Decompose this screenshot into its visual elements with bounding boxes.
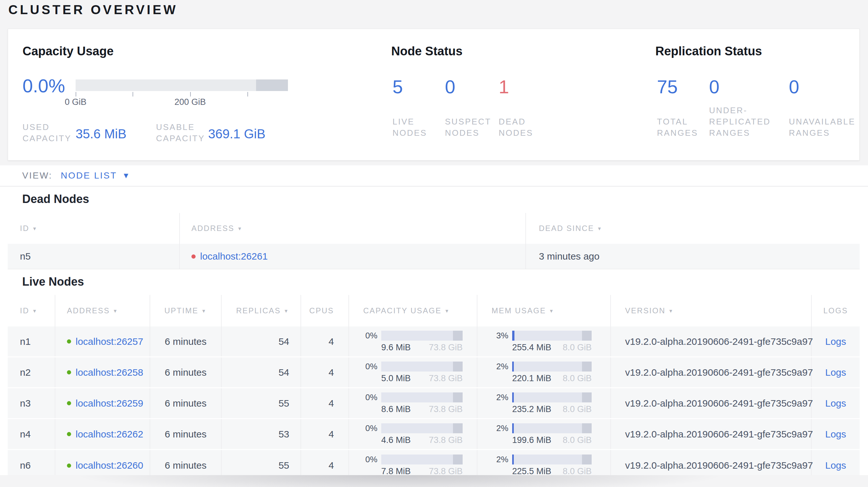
mem-usage-cell: 3% 255.4 MiB8.0 GiB: [477, 326, 611, 356]
dead-since-cell: 3 minutes ago: [526, 244, 860, 269]
table-row: n1 localhost:26257 6 minutes 54 4 0% 9.6…: [8, 326, 860, 357]
used-capacity-label: USED CAPACITY: [23, 122, 81, 144]
node-id-cell: n3: [8, 388, 55, 418]
node-address-cell: localhost:26257: [55, 326, 150, 356]
column-header-replicas[interactable]: REPLICAS▼: [222, 295, 301, 326]
capacity-bar-reserved-segment: [256, 79, 288, 91]
column-header-version[interactable]: VERSION▼: [611, 295, 812, 326]
chevron-down-icon: ▼: [122, 171, 130, 180]
under-replicated-count: 0: [709, 77, 778, 97]
capacity-usage-cell: 0% 8.6 MiB73.8 GiB: [349, 388, 477, 418]
node-address-link[interactable]: localhost:26262: [75, 429, 143, 440]
node-address-link[interactable]: localhost:26259: [75, 398, 143, 409]
total-ranges-count: 75: [657, 77, 708, 97]
under-replicated-label: UNDER-REPLICATED RANGES: [709, 105, 778, 139]
node-address-cell: localhost:26262: [55, 419, 150, 449]
dead-status-dot-icon: [191, 254, 196, 259]
cpus-cell: 4: [301, 450, 349, 475]
node-status-title: Node Status: [391, 44, 463, 58]
live-nodes-count: 5: [393, 77, 439, 97]
sort-icon: ▼: [32, 226, 38, 231]
node-id-cell: n4: [8, 419, 55, 449]
uptime-cell: 6 minutes: [150, 326, 222, 356]
live-nodes-heading: Live Nodes: [22, 274, 868, 290]
logs-link[interactable]: Logs: [825, 367, 846, 378]
column-header-dead-since[interactable]: DEAD SINCE▼: [526, 213, 860, 244]
version-cell: v19.2.0-alpha.20190606-2491-gfe735c9a97: [611, 450, 812, 475]
column-header-id[interactable]: ID▼: [8, 295, 55, 326]
column-header-mem-usage[interactable]: MEM USAGE▼: [477, 295, 611, 326]
tick-label-0gib: 0 GiB: [65, 97, 87, 107]
column-header-uptime[interactable]: UPTIME▼: [150, 295, 222, 326]
node-address-cell: localhost:26259: [55, 388, 150, 418]
node-address-link[interactable]: localhost:26261: [200, 251, 268, 262]
mem-usage-cell: 2% 220.1 MiB8.0 GiB: [477, 357, 611, 387]
mem-bar: [512, 331, 592, 340]
replicas-cell: 54: [222, 357, 301, 387]
column-header-address[interactable]: ADDRESS▼: [180, 213, 526, 244]
uptime-cell: 6 minutes: [150, 357, 222, 387]
capacity-bar: [381, 423, 463, 433]
replicas-cell: 55: [222, 388, 301, 418]
usable-capacity-label: USABLE CAPACITY: [156, 122, 214, 144]
logs-link[interactable]: Logs: [825, 398, 846, 409]
capacity-axis-labels: 0 GiB 200 GiB: [75, 97, 288, 108]
view-bar: VIEW: NODE LIST ▼: [0, 165, 868, 187]
logs-cell: Logs: [812, 357, 860, 387]
capacity-bar: [381, 455, 463, 464]
column-header-id[interactable]: ID▼: [8, 213, 180, 244]
bottom-shadow: [0, 475, 868, 487]
suspect-nodes-label: SUSPECT NODES: [445, 116, 493, 139]
logs-link[interactable]: Logs: [825, 429, 846, 440]
node-id-cell: n5: [8, 244, 180, 269]
table-row: n4 localhost:26262 6 minutes 53 4 0% 4.6…: [8, 419, 860, 450]
capacity-percent: 0.0%: [23, 76, 65, 96]
node-address-link[interactable]: localhost:26260: [75, 460, 143, 471]
live-status-dot-icon: [67, 463, 71, 468]
logs-link[interactable]: Logs: [825, 336, 846, 347]
under-replicated-ranges-stat: 0 UNDER-REPLICATED RANGES: [709, 77, 778, 139]
node-id-cell: n2: [8, 357, 55, 387]
live-nodes-stat: 5 LIVE NODES: [393, 77, 439, 139]
live-nodes-table-header: ID▼ ADDRESS▼ UPTIME▼ REPLICAS▼ CPUS CAPA…: [8, 295, 860, 326]
node-address-link[interactable]: localhost:26258: [75, 367, 143, 378]
tick-label-200gib: 200 GiB: [174, 97, 206, 107]
sort-icon: ▼: [32, 308, 38, 314]
cpus-cell: 4: [301, 357, 349, 387]
capacity-bar: [381, 362, 463, 371]
dead-nodes-heading: Dead Nodes: [22, 191, 868, 207]
replication-status-title: Replication Status: [655, 44, 762, 58]
column-header-address[interactable]: ADDRESS▼: [55, 295, 150, 326]
live-status-dot-icon: [67, 432, 71, 436]
mem-bar: [512, 423, 592, 433]
mem-bar: [512, 392, 592, 402]
column-header-logs[interactable]: LOGS: [812, 295, 860, 326]
replicas-cell: 55: [222, 450, 301, 475]
column-header-cpus[interactable]: CPUS: [301, 295, 349, 326]
view-selector-dropdown[interactable]: NODE LIST ▼: [61, 170, 130, 181]
mem-usage-cell: 2% 225.5 MiB8.0 GiB: [477, 450, 611, 475]
dead-nodes-stat: 1 DEAD NODES: [499, 77, 545, 139]
node-address-link[interactable]: localhost:26257: [75, 336, 143, 347]
page-title: CLUSTER OVERVIEW: [8, 3, 178, 17]
live-nodes-table: ID▼ ADDRESS▼ UPTIME▼ REPLICAS▼ CPUS CAPA…: [8, 295, 860, 475]
live-status-dot-icon: [67, 370, 71, 375]
suspect-nodes-count: 0: [445, 77, 493, 97]
node-address-cell: localhost:26258: [55, 357, 150, 387]
logs-link[interactable]: Logs: [825, 460, 846, 471]
version-cell: v19.2.0-alpha.20190606-2491-gfe735c9a97: [611, 419, 812, 449]
table-row: n3 localhost:26259 6 minutes 55 4 0% 8.6…: [8, 388, 860, 419]
sort-icon: ▼: [113, 308, 118, 314]
dead-nodes-count: 1: [499, 77, 545, 97]
unavailable-count: 0: [789, 77, 868, 97]
cpus-cell: 4: [301, 419, 349, 449]
sort-icon: ▼: [445, 308, 450, 314]
view-label: VIEW:: [22, 170, 53, 181]
logs-cell: Logs: [812, 450, 860, 475]
unavailable-label: UNAVAILABLE RANGES: [789, 116, 868, 139]
capacity-bar: [381, 392, 463, 402]
node-address-cell: localhost:26261: [180, 244, 526, 269]
replicas-cell: 54: [222, 326, 301, 356]
mem-bar: [512, 455, 592, 464]
column-header-capacity-usage[interactable]: CAPACITY USAGE▼: [349, 295, 477, 326]
